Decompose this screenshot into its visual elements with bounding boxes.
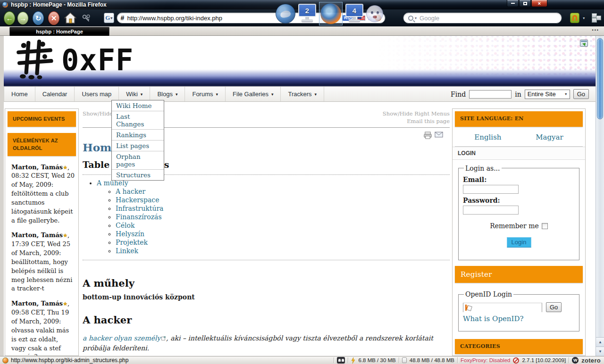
external-link[interactable]: a hacker olyan személy — [83, 334, 160, 342]
find-input[interactable] — [469, 90, 512, 99]
reload-button[interactable]: ↻ — [33, 11, 44, 25]
firefox-icon — [320, 3, 341, 24]
minimize-icon — [511, 3, 515, 4]
categories-header: CATEGORIES — [455, 339, 583, 355]
memory-usage-1: 6.8 MB / 30 MB — [358, 357, 395, 363]
menu-item-orphan-pages[interactable]: Orphan pages — [112, 151, 164, 170]
show-hide-right-link[interactable]: Show/Hide Right Menus — [383, 110, 450, 117]
upcoming-events-header: UPCOMING EVENTS — [8, 111, 76, 127]
openid-go-button[interactable]: Go — [546, 302, 562, 312]
web-search-input[interactable] — [419, 15, 557, 22]
foxyproxy-arc — [572, 15, 577, 21]
menu-blogs[interactable]: Blogs — [150, 87, 185, 101]
toc-link[interactable]: Finanszírozás — [116, 213, 162, 221]
menu-forums[interactable]: Forums — [185, 87, 226, 101]
tab-hspbp-homepage[interactable]: hspbp : HomePage — [9, 27, 109, 36]
toc-link[interactable]: A hacker — [116, 188, 145, 195]
chevron-down-icon[interactable]: ▾ — [415, 16, 417, 20]
menu-home[interactable]: Home — [4, 87, 35, 101]
divider — [457, 357, 458, 363]
menu-wiki[interactable]: Wiki — [119, 87, 150, 101]
openid-input[interactable] — [463, 305, 542, 314]
vertical-scrollbar[interactable]: ▲ ▼ — [596, 36, 604, 356]
what-is-openid-link[interactable]: What is OpenID? — [463, 314, 524, 323]
toc-link[interactable]: Linkek — [116, 247, 138, 255]
print-icon[interactable] — [423, 132, 432, 140]
lightning-icon[interactable] — [351, 357, 355, 364]
menu-item-rankings[interactable]: Rankings — [112, 130, 164, 141]
password-field[interactable] — [463, 206, 519, 215]
site-search: Find in Entire Site Go — [451, 87, 596, 101]
back-button[interactable]: ← — [4, 11, 15, 25]
email-field[interactable] — [463, 185, 519, 194]
ghost-icon[interactable] — [366, 5, 383, 22]
language-link-english[interactable]: English — [474, 133, 501, 141]
section-heading-muhely: A műhely — [83, 277, 450, 289]
foxyproxy-icon[interactable] — [570, 13, 579, 23]
toc-link[interactable]: Célok — [116, 222, 134, 229]
post-author-link[interactable]: Marton, Tamás — [11, 300, 63, 307]
login-button[interactable]: Login — [507, 237, 531, 248]
menu-item-last-changes[interactable]: Last Changes — [112, 111, 164, 130]
foxyproxy-status[interactable]: FoxyProxy: Disabled — [461, 357, 510, 363]
menu-item-structures[interactable]: Structures — [112, 170, 164, 180]
site-logo[interactable]: 0xFF — [15, 38, 134, 83]
toc-link[interactable]: Infrastruktúra — [116, 205, 163, 212]
close-button[interactable]: × — [531, 0, 547, 7]
g-dropdown-button[interactable]: G▾ — [104, 13, 114, 23]
foxyproxy-disabled-icon[interactable] — [513, 357, 519, 364]
scroll-down-button[interactable]: ▼ — [596, 347, 604, 356]
external-link-icon — [161, 337, 165, 340]
menu-file-galleries[interactable]: File Galleries — [226, 87, 281, 101]
list-item: Marton, Tamás★, 08:32 CEST, Wed 20 of Ma… — [11, 163, 75, 225]
chevron-down-icon[interactable]: ▾ — [583, 16, 585, 20]
menu-item-wiki-home[interactable]: Wiki Home — [112, 100, 164, 111]
firefox-selected-frame[interactable] — [319, 2, 343, 25]
adblock-icon[interactable] — [337, 357, 345, 364]
tab-overflow-button[interactable]: ••• — [592, 28, 599, 33]
maximize-button[interactable] — [519, 0, 531, 7]
thunderbird-icon[interactable] — [276, 4, 295, 24]
section-subtitle: bottom-up innovációs központ — [83, 293, 450, 301]
menu-item-list-pages[interactable]: List pages — [112, 141, 164, 151]
toc-link[interactable]: Projektek — [116, 239, 148, 246]
site-header: 0xFF 0xFF — [4, 36, 596, 86]
post-body: , 09:58 CET, Thu 19 of March, 2009: olva… — [11, 300, 69, 356]
forward-button[interactable]: → — [17, 12, 28, 25]
search-scope-select[interactable]: Entire Site — [525, 90, 570, 99]
keys-icon[interactable] — [82, 14, 92, 22]
register-header[interactable]: Register — [455, 266, 583, 283]
workspace-2-icon[interactable]: 2 — [298, 4, 316, 24]
language-link-magyar[interactable]: Magyar — [536, 133, 563, 141]
find-go-button[interactable]: Go — [573, 89, 589, 99]
scrollbar-thumb[interactable] — [597, 38, 603, 119]
hash-logo-icon — [15, 38, 54, 81]
email-this-page-link[interactable]: Email this page — [407, 118, 450, 124]
post-author-link[interactable]: Marton, Tamás — [11, 164, 63, 171]
workspace-4-badge: 4 — [345, 4, 363, 17]
stop-button[interactable]: ✕ — [48, 11, 59, 25]
list-item: Célok — [116, 222, 450, 229]
home-button[interactable] — [64, 11, 76, 25]
menu-users-map[interactable]: Users map — [75, 87, 119, 101]
extension-pages-icon[interactable] — [591, 13, 600, 23]
menu-calendar[interactable]: Calendar — [35, 87, 75, 101]
wordpress-icon[interactable]: W — [572, 357, 579, 364]
minimize-button[interactable] — [507, 0, 519, 7]
toc-link[interactable]: Helyszín — [116, 230, 144, 238]
remember-me-checkbox[interactable] — [542, 223, 548, 229]
detach-window-icon[interactable] — [580, 40, 588, 47]
menu-trackers[interactable]: Trackers — [281, 87, 324, 101]
post-author-link[interactable]: Marton, Tamás — [11, 232, 63, 239]
scroll-up-button[interactable]: ▲ — [596, 337, 604, 347]
toc-link[interactable]: Hackerspace — [116, 196, 159, 204]
search-box[interactable]: ▾ — [403, 12, 562, 24]
list-item: Linkek — [116, 247, 450, 255]
zotero-button[interactable]: zotero — [581, 357, 601, 364]
right-sidebar: SITE LANGUAGE: EN English Magyar LOGIN L… — [452, 108, 586, 356]
window-title: hspbp : HomePage - Mozilla Firefox — [11, 1, 107, 8]
login-legend: Login as... — [464, 165, 502, 172]
login-header: LOGIN — [453, 147, 585, 160]
workspace-4-icon[interactable]: 4 — [345, 4, 363, 24]
email-icon[interactable] — [435, 132, 443, 140]
